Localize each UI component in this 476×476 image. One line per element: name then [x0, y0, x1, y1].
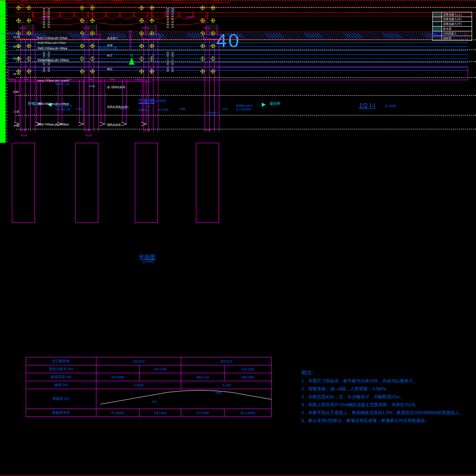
- cell: 4.92%: [96, 381, 181, 389]
- slope: 1.5%: [83, 35, 90, 38]
- section-deck: [8, 32, 468, 40]
- sect-h: 100: [3, 52, 8, 54]
- break-icon: [121, 123, 127, 126]
- break-icon: [141, 123, 147, 126]
- cell: K2+475: [139, 365, 181, 373]
- pile-dot-icon: [201, 19, 205, 23]
- sect-dimline2: [8, 7, 151, 8]
- cell: K2+500: [181, 409, 225, 417]
- cell: K2+520: [225, 365, 272, 373]
- sect-h: 100: [3, 71, 8, 73]
- pile-sp: 400: [45, 78, 50, 81]
- pile-dot-icon: [17, 6, 21, 10]
- section-cap: [8, 67, 468, 80]
- pile-dot-icon: [211, 19, 215, 23]
- plan-view: 机动车行道 人行道 4200=路幅宽度 桥梁中心线 N: [0, 143, 220, 222]
- hatch: [48, 8, 50, 28]
- row-label: 纵坡高程 (m): [26, 373, 96, 381]
- cell: K2+454: [139, 409, 181, 417]
- cell: -5.2%: [181, 381, 272, 389]
- pile-dot-icon: [80, 19, 84, 23]
- pile-dot-icon: [211, 6, 215, 10]
- note-item: 4、本桥上部采用3×15m钢筋混凝土空腹拱桥，失跨比为1/5。: [301, 401, 464, 409]
- note-item: 6、桥台采用U型桥台，桥墩采用实体墩，桥墩桥台均采用桩基础。: [301, 416, 464, 424]
- pile-spacing-dimline: [8, 81, 151, 82]
- cell: 370.680: [96, 373, 139, 381]
- pile-dot-icon: [201, 6, 205, 10]
- alignment-table: 交点数据表 JD1012 JD1014 变坡点桩号 (m) K2+475 K2+…: [26, 357, 272, 417]
- cell: R=14000: [225, 409, 272, 417]
- notes-block: 附注: 1、本图尺寸除标高、桩号桩号以米计外，其余均以厘米计。 2、荷载等级：城…: [301, 369, 464, 424]
- row-label: 竖曲线半径: [26, 409, 96, 417]
- break-icon: [57, 123, 63, 126]
- sect-pile: [79, 79, 84, 123]
- pile-dot-icon: [90, 19, 94, 23]
- cell: R=5000: [96, 409, 139, 417]
- sect-pile: [36, 79, 41, 123]
- pile-sp: 400: [67, 78, 71, 81]
- note-item: 2、荷载等级：城—A级，人群荷载：3.5kPa。: [301, 385, 464, 393]
- sect-width: 2100: [75, 0, 82, 1]
- break-icon: [36, 123, 41, 126]
- pile-dot-icon: [150, 19, 154, 23]
- sect-dimline: [8, 2, 151, 3]
- cell: [139, 373, 181, 381]
- sect-seg2: 1750: [87, 4, 94, 6]
- cell: 362.131: [181, 373, 225, 381]
- pile-dot-icon: [90, 6, 94, 10]
- cell: [181, 365, 225, 373]
- pile-sp: 152.5: [135, 78, 142, 81]
- sect-h: 80: [3, 41, 6, 44]
- cell: [96, 365, 139, 373]
- pile-sp: 400: [88, 78, 93, 81]
- sect-seg1: 350: [20, 4, 25, 6]
- plan-sidewalk-label: 人行道: [165, 8, 175, 13]
- row-label: 竖曲线 (m): [26, 389, 96, 409]
- break-icon: [14, 123, 20, 126]
- sect-pile: [142, 79, 146, 123]
- plan-foundation: [135, 143, 158, 223]
- plan-foundation: [12, 143, 35, 223]
- row-label: 纵坡 (%): [26, 381, 96, 389]
- pile-sp: 400: [24, 78, 29, 81]
- section-scale: (1:200): [385, 104, 396, 108]
- sect-h: 100: [3, 61, 8, 64]
- pile-sp: 400: [109, 78, 114, 81]
- section-heading: 1/2 I-I: [359, 102, 375, 109]
- pile-dot-icon: [150, 6, 154, 10]
- sect-pile: [122, 79, 127, 123]
- section-fill: [8, 39, 468, 71]
- th: JD1014: [181, 357, 272, 365]
- plan-lane-div: [0, 16, 476, 16]
- note-item: 5、本桥平面位于直线上，桥面铺装含双向1.5%，桥梁前后为R=8000m的竖曲线…: [301, 409, 464, 416]
- break-icon: [79, 123, 84, 126]
- cell: 355.630: [225, 373, 272, 381]
- pile-dot-icon: [140, 6, 144, 10]
- note-item: 3、全桥总宽42m，左、右分幅设计，半幅桥宽21m。: [301, 393, 464, 401]
- notes-heading: 附注:: [301, 369, 464, 377]
- curve-cell: 940 1500: [96, 389, 271, 409]
- plan-foundation: [196, 143, 219, 223]
- pile-dot-icon: [140, 19, 144, 23]
- sect-pile: [101, 79, 105, 123]
- pile-dot-icon: [27, 6, 31, 10]
- sect-pile: [15, 79, 19, 123]
- th: JD1012: [96, 357, 181, 365]
- note-item: 1、本图尺寸除标高、桩号桩号以米计外，其余均以厘米计。: [301, 377, 464, 385]
- hatch: [43, 8, 45, 28]
- sect-pile: [58, 79, 62, 123]
- th: 交点数据表: [26, 357, 96, 365]
- pile-dot-icon: [27, 19, 31, 23]
- pile-sp: 152.5: [9, 78, 16, 81]
- plan-foundation: [75, 143, 98, 223]
- row-label: 变坡点桩号 (m): [26, 365, 96, 373]
- pile-dot-icon: [17, 19, 21, 23]
- break-icon: [100, 123, 106, 126]
- pile-dot-icon: [80, 6, 84, 10]
